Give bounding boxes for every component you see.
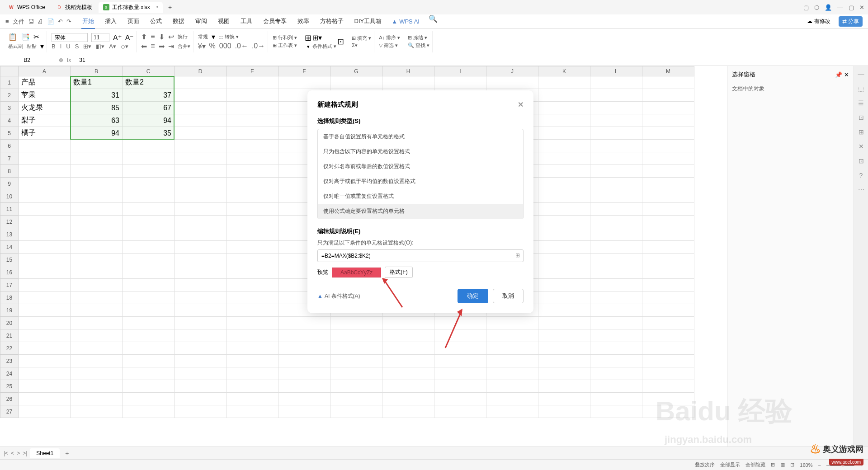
- cell[interactable]: [382, 380, 434, 393]
- cell[interactable]: [226, 152, 278, 165]
- zoom-out-icon[interactable]: −: [818, 462, 821, 468]
- pin-icon[interactable]: 📌: [835, 71, 842, 78]
- cell[interactable]: [175, 266, 226, 279]
- border-icon[interactable]: ⊞▾: [83, 43, 91, 50]
- worksheet-button[interactable]: ⊞ 工作表▾: [273, 42, 297, 49]
- cell[interactable]: [382, 329, 434, 342]
- cell[interactable]: [123, 291, 175, 304]
- sheet-last-icon[interactable]: >|: [23, 450, 27, 456]
- cell[interactable]: [19, 216, 71, 228]
- cell[interactable]: [590, 355, 642, 367]
- cell[interactable]: 数量2: [123, 76, 175, 89]
- increase-font-icon[interactable]: A⁺: [113, 33, 122, 42]
- cell[interactable]: [19, 367, 71, 380]
- cell[interactable]: [19, 165, 71, 178]
- cell[interactable]: [642, 152, 694, 165]
- col-header[interactable]: E: [226, 66, 278, 76]
- cell[interactable]: [538, 304, 590, 317]
- cell[interactable]: [590, 228, 642, 241]
- cell[interactable]: [278, 317, 330, 329]
- cell[interactable]: [538, 279, 590, 291]
- cell[interactable]: [175, 165, 226, 178]
- cell[interactable]: [642, 317, 694, 329]
- rule-item-5[interactable]: 使用公式确定要设置格式的单元格: [318, 204, 523, 219]
- cell[interactable]: [123, 355, 175, 367]
- cell[interactable]: [642, 178, 694, 190]
- cell[interactable]: 37: [123, 89, 175, 102]
- formula-input[interactable]: 31: [75, 57, 868, 63]
- cell[interactable]: [226, 329, 278, 342]
- cell[interactable]: [19, 178, 71, 190]
- sheet-first-icon[interactable]: |<: [4, 450, 8, 456]
- cell[interactable]: [226, 405, 278, 418]
- cell[interactable]: [226, 102, 278, 114]
- col-header[interactable]: J: [486, 66, 538, 76]
- percent-icon[interactable]: %: [209, 42, 216, 50]
- cell[interactable]: [71, 405, 123, 418]
- cell[interactable]: [175, 355, 226, 367]
- cell[interactable]: [330, 329, 382, 342]
- cell[interactable]: [642, 367, 694, 380]
- cell[interactable]: [434, 342, 486, 355]
- cell[interactable]: [175, 329, 226, 342]
- cell[interactable]: [19, 241, 71, 254]
- cell[interactable]: [175, 102, 226, 114]
- rowcol-button[interactable]: ⊞ 行和列▾: [273, 34, 297, 41]
- cell[interactable]: [278, 405, 330, 418]
- cell[interactable]: [175, 279, 226, 291]
- row-header[interactable]: 5: [0, 127, 19, 140]
- row-header[interactable]: 25: [0, 380, 19, 393]
- cell[interactable]: [175, 228, 226, 241]
- cell[interactable]: 94: [71, 127, 123, 140]
- cell[interactable]: [642, 140, 694, 152]
- cell[interactable]: [538, 355, 590, 367]
- cell[interactable]: [590, 342, 642, 355]
- cell[interactable]: [642, 329, 694, 342]
- align-top-icon[interactable]: ⬆: [141, 33, 147, 41]
- redo-icon[interactable]: ↷: [66, 18, 71, 25]
- cell[interactable]: [226, 342, 278, 355]
- cell[interactable]: 梨子: [19, 114, 71, 127]
- tab-template[interactable]: D 找稻壳模板: [52, 2, 97, 13]
- cell[interactable]: [123, 152, 175, 165]
- cell[interactable]: [590, 114, 642, 127]
- cell[interactable]: [19, 317, 71, 329]
- cell[interactable]: [538, 266, 590, 279]
- cell[interactable]: [226, 317, 278, 329]
- cell[interactable]: [123, 367, 175, 380]
- cell[interactable]: [538, 380, 590, 393]
- cell[interactable]: [71, 140, 123, 152]
- cell[interactable]: [175, 254, 226, 266]
- cell[interactable]: [642, 241, 694, 254]
- select-icon[interactable]: ⬚: [858, 85, 864, 92]
- cell[interactable]: [382, 342, 434, 355]
- cell[interactable]: [175, 405, 226, 418]
- format-painter[interactable]: 格式刷: [8, 43, 23, 50]
- cell[interactable]: [590, 367, 642, 380]
- cell[interactable]: [123, 216, 175, 228]
- cell[interactable]: [123, 165, 175, 178]
- cell[interactable]: [642, 216, 694, 228]
- row-header[interactable]: 13: [0, 228, 19, 241]
- search-icon[interactable]: 🔍: [429, 14, 438, 29]
- cell[interactable]: [226, 178, 278, 190]
- cell[interactable]: [175, 342, 226, 355]
- cell[interactable]: [642, 127, 694, 140]
- cell[interactable]: [330, 317, 382, 329]
- font-size-select[interactable]: [91, 33, 109, 42]
- save-icon[interactable]: 🖫: [28, 18, 34, 25]
- cell[interactable]: [123, 380, 175, 393]
- window-icon[interactable]: ▢: [803, 4, 809, 11]
- cell[interactable]: [590, 329, 642, 342]
- cell[interactable]: [434, 367, 486, 380]
- freeze-button[interactable]: ⊞ 冻结▾: [408, 34, 429, 41]
- cell[interactable]: [590, 317, 642, 329]
- cell[interactable]: [71, 355, 123, 367]
- cell[interactable]: [71, 329, 123, 342]
- cell[interactable]: [538, 114, 590, 127]
- maximize-icon[interactable]: ▢: [849, 4, 854, 11]
- cell[interactable]: [175, 317, 226, 329]
- cell[interactable]: [123, 140, 175, 152]
- sort-button[interactable]: A↓ 排序▾: [379, 34, 400, 41]
- cell[interactable]: [226, 304, 278, 317]
